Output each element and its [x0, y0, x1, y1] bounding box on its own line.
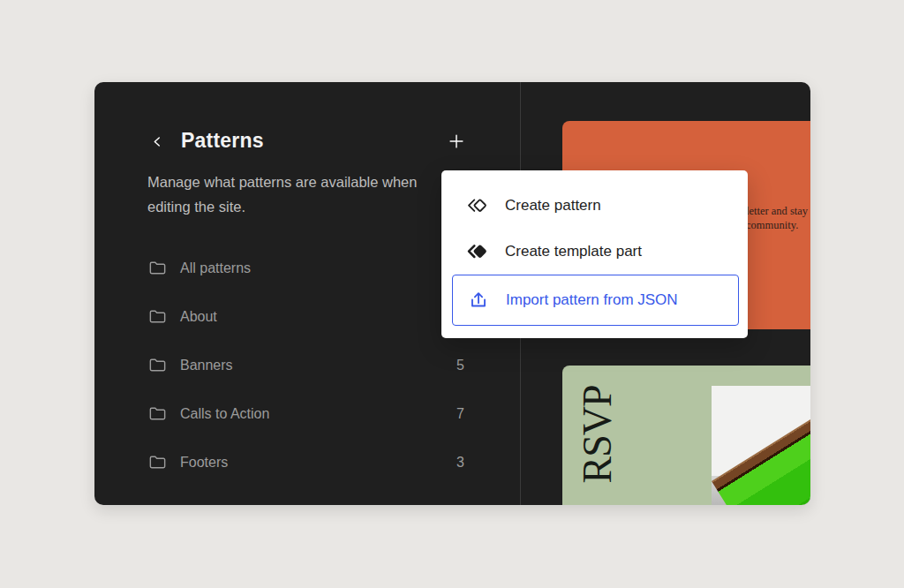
plus-icon	[447, 132, 466, 151]
menu-item-label: Create pattern	[505, 197, 601, 215]
menu-item-label: Import pattern from JSON	[506, 291, 678, 309]
menu-item-label: Create template part	[505, 243, 642, 260]
pattern-preview-rsvp-card: RSVP	[562, 366, 810, 505]
menu-item-create-pattern[interactable]: Create pattern	[452, 183, 739, 229]
category-label: Calls to Action	[180, 406, 269, 422]
folder-icon	[147, 306, 168, 327]
page-title: Patterns	[181, 129, 264, 153]
add-pattern-button[interactable]	[442, 127, 471, 155]
template-part-filled-icon	[466, 240, 489, 263]
upload-icon	[467, 289, 490, 312]
category-label: All patterns	[180, 260, 251, 276]
sidebar-description: Manage what patterns are available when …	[147, 170, 423, 219]
back-button[interactable]	[144, 128, 170, 155]
sidebar-item-footers[interactable]: Footers 3	[147, 438, 464, 486]
menu-item-create-template-part[interactable]: Create template part	[452, 229, 739, 275]
sidebar-item-about[interactable]: About	[147, 292, 464, 341]
pool-table-rail	[712, 386, 810, 505]
preview-serif-text: letter and stay community.	[746, 204, 808, 232]
pattern-symbol-outline-icon	[466, 194, 489, 217]
add-new-dropdown-menu: Create pattern Create template part Impo…	[441, 170, 748, 338]
category-count: 5	[456, 358, 464, 373]
category-count: 3	[456, 455, 464, 471]
sidebar-item-all-patterns[interactable]: All patterns	[147, 244, 464, 292]
sidebar-item-banners[interactable]: Banners 5	[147, 341, 464, 389]
folder-icon	[147, 355, 168, 375]
rsvp-vertical-text: RSVP	[577, 366, 618, 505]
chevron-left-icon	[150, 134, 165, 149]
category-label: Footers	[180, 455, 228, 471]
menu-item-import-pattern-from-json[interactable]: Import pattern from JSON	[452, 275, 739, 326]
folder-icon	[147, 452, 168, 472]
pool-table-photo	[712, 386, 810, 505]
sidebar-item-calls-to-action[interactable]: Calls to Action 7	[147, 389, 464, 438]
category-count: 7	[456, 406, 464, 422]
patterns-window: Patterns Manage what patterns are availa…	[94, 82, 810, 505]
folder-icon	[147, 258, 168, 278]
category-label: About	[180, 309, 217, 325]
pattern-category-list: All patterns About Banners 5	[147, 244, 464, 486]
folder-icon	[147, 403, 168, 424]
category-label: Banners	[180, 358, 233, 373]
